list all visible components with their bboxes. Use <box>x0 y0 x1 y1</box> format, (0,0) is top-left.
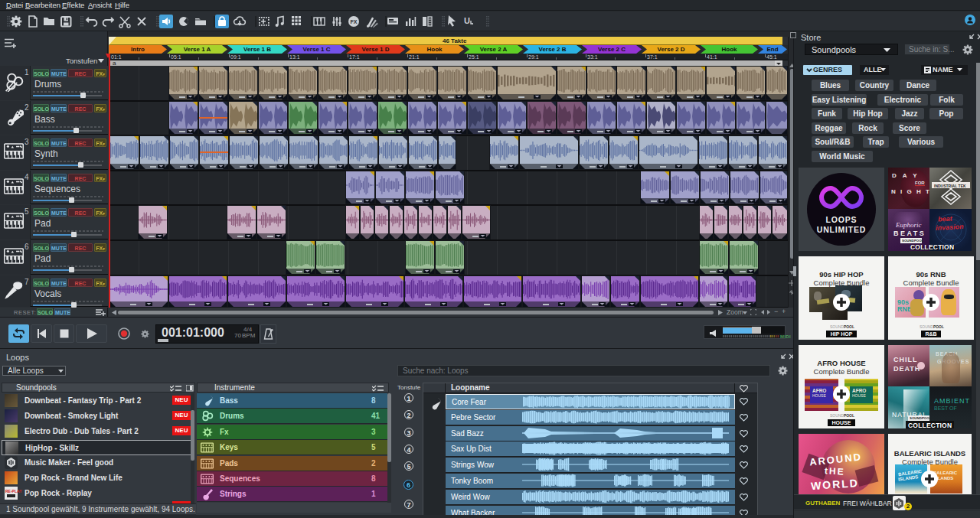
svg-text:U: U <box>464 16 470 25</box>
svg-text:FX: FX <box>351 19 358 24</box>
